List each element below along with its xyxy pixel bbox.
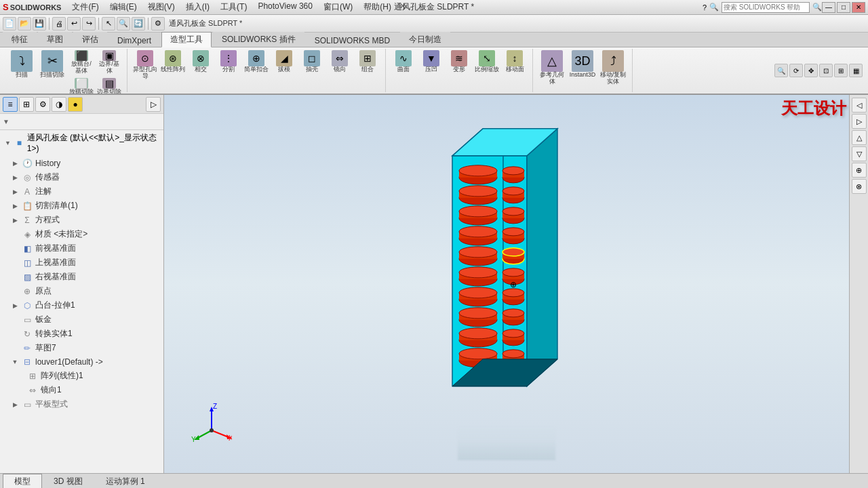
split-button[interactable]: ⋮ 分割	[215, 49, 242, 81]
tab-motion1[interactable]: 运动算例 1	[94, 474, 157, 489]
tree-item-convert[interactable]: ↻ 转换实体1	[0, 327, 163, 341]
right-icon-3[interactable]: △	[852, 130, 867, 145]
ref-geometry-button[interactable]: △ 参考几何体	[537, 49, 567, 87]
scan-cut-button[interactable]: ✂ 扫描切除	[37, 49, 67, 94]
curve-button[interactable]: ∿ 曲面	[390, 49, 417, 75]
display-view-button[interactable]: ◑	[52, 97, 66, 112]
draft-button[interactable]: ◢ 拔模	[271, 49, 298, 81]
intersect-button[interactable]: ⊗ 相交	[187, 49, 214, 81]
move-face-button[interactable]: ↕ 移动面	[501, 49, 528, 75]
tree-item-equations[interactable]: ▶ Σ 方程式	[0, 213, 163, 227]
tree-item-material[interactable]: ◈ 材质 <未指定>	[0, 227, 163, 241]
tab-3dview[interactable]: 3D 视图	[42, 474, 94, 489]
view-zoom-button[interactable]: 🔍	[774, 64, 788, 77]
tree-item-origin[interactable]: ⊕ 原点	[0, 284, 163, 298]
right-icon-6[interactable]: ⊗	[852, 179, 867, 194]
expand-panel-button[interactable]: ▷	[146, 97, 161, 112]
indent-button[interactable]: ▼ 压凹	[418, 49, 445, 75]
print-button[interactable]: 🖨	[52, 17, 66, 30]
tree-item-flat-pattern[interactable]: ▶ ▭ 平板型式	[0, 397, 163, 411]
tab-model[interactable]: 模型	[3, 474, 42, 489]
menu-view[interactable]: 视图(V)	[142, 0, 180, 14]
tree-item-extrude1[interactable]: ▶ ⬡ 凸台-拉伸1	[0, 298, 163, 312]
tree-item-sheetmetal[interactable]: ▭ 钣金	[0, 312, 163, 327]
tree-item-mirror1[interactable]: ⇔ 镜向1	[0, 383, 163, 397]
menu-edit[interactable]: 编辑(E)	[104, 0, 142, 14]
combine-button[interactable]: ⊞ 组合	[354, 49, 381, 81]
boss-cut-button[interactable]: ⬜ 放鞲切除	[68, 77, 95, 94]
tree-item-sketch7[interactable]: ✏ 草图7	[0, 341, 163, 355]
tab-sw-mbd[interactable]: SOLIDWORKS MBD	[306, 34, 399, 47]
tree-root-item[interactable]: ▼ ■ 通风孔板金 (默认<<默认>_显示状态 1>)	[0, 130, 163, 155]
search-button[interactable]: 🔍	[812, 3, 822, 12]
deform-button[interactable]: ≋ 变形	[446, 49, 473, 75]
color-view-button[interactable]: ●	[68, 97, 83, 112]
tree-item-front-plane[interactable]: ◧ 前视基准面	[0, 241, 163, 256]
tree-item-sensors[interactable]: ▶ ◎ 传感器	[0, 170, 163, 184]
tree-view-button[interactable]: ≡	[3, 97, 18, 112]
right-panel-icons: ◁ ▷ △ ▽ ⊕ ⊗	[849, 95, 868, 473]
minimize-button[interactable]: —	[822, 2, 835, 13]
boundary-cut-button[interactable]: ▤ 边界切除	[96, 77, 123, 94]
close-button[interactable]: ✕	[852, 2, 865, 13]
menu-file[interactable]: 文件(F)	[66, 0, 104, 14]
tree-item-annotations[interactable]: ▶ A 注解	[0, 184, 163, 199]
menu-insert[interactable]: 插入(I)	[180, 0, 215, 14]
tree-item-history[interactable]: ▶ 🕐 History	[0, 157, 163, 170]
view-rotate-button[interactable]: ⟳	[789, 64, 803, 77]
property-view-button[interactable]: ⊞	[19, 97, 34, 112]
right-icon-2[interactable]: ▷	[852, 114, 867, 129]
svg-point-42	[502, 207, 524, 216]
scan-button[interactable]: ⤵ 扫描	[7, 49, 37, 94]
scale-button[interactable]: ⤡ 比例缩放	[473, 49, 500, 75]
restore-button[interactable]: □	[837, 2, 850, 13]
new-button[interactable]: 📄	[3, 17, 16, 30]
wrap-button[interactable]: ⊛ 线性阵列	[159, 49, 186, 81]
view-fit-button[interactable]: ⊡	[819, 64, 833, 77]
tab-sketch[interactable]: 草图	[38, 32, 72, 47]
tab-manufacture[interactable]: 今日制造	[400, 32, 450, 47]
view-pan-button[interactable]: ✥	[804, 64, 818, 77]
hole-wizard-button[interactable]: ⊙ 异型孔向导	[132, 49, 159, 81]
open-button[interactable]: 📂	[18, 17, 31, 30]
undo-button[interactable]: ↩	[67, 17, 81, 30]
right-icon-5[interactable]: ⊕	[852, 163, 867, 178]
right-icon-1[interactable]: ◁	[852, 98, 867, 113]
tab-dimxpert[interactable]: DimXpert	[108, 34, 160, 47]
select-button[interactable]: ↖	[102, 17, 115, 30]
mirror-button[interactable]: ⇔ 镜向	[326, 49, 353, 81]
options-button[interactable]: ⚙	[151, 17, 165, 30]
boundary-base-button[interactable]: ▣ 边界/基体	[96, 49, 123, 76]
tree-item-top-plane[interactable]: ◫ 上视基准面	[0, 256, 163, 270]
tab-evaluate[interactable]: 评估	[73, 32, 107, 47]
boss-base-button[interactable]: ⬛ 放鞲台/基体	[68, 49, 95, 76]
simple-join-button[interactable]: ⊕ 简单扣合	[243, 49, 270, 81]
menu-tools[interactable]: 工具(T)	[215, 0, 252, 14]
tree-item-right-plane[interactable]: ▨ 右视基准面	[0, 270, 163, 284]
menu-window[interactable]: 窗口(W)	[318, 0, 358, 14]
search-input[interactable]	[722, 2, 810, 13]
tree-item-pattern1[interactable]: ⊞ 阵列(线性)1	[0, 369, 163, 383]
root-part-icon: ■	[14, 138, 24, 148]
tree-item-louver1[interactable]: ▼ ⊟ louver1(Default) ->	[0, 355, 163, 369]
save-button[interactable]: 💾	[33, 17, 46, 30]
redo-button[interactable]: ↪	[82, 17, 96, 30]
right-icon-4[interactable]: ▽	[852, 146, 867, 161]
zoom-button[interactable]: 🔍	[117, 17, 130, 30]
move-copy-button[interactable]: ⤴ 移动/复制实体	[598, 49, 628, 87]
tree-item-cutlist[interactable]: ▶ 📋 切割清单(1)	[0, 199, 163, 213]
mirror1-label: 镜向1	[41, 384, 62, 396]
3d-viewport[interactable]: 天工设计	[164, 95, 849, 473]
view-section-button[interactable]: ▦	[849, 64, 863, 77]
right-plane-label: 右视基准面	[35, 271, 76, 283]
config-view-button[interactable]: ⚙	[35, 97, 50, 112]
tab-sw-plugins[interactable]: SOLIDWORKS 插件	[213, 32, 304, 47]
menu-photoview[interactable]: PhotoView 360	[252, 0, 318, 14]
view-standard-button[interactable]: ⊞	[834, 64, 848, 77]
menu-help[interactable]: 帮助(H)	[358, 0, 397, 14]
shell-button[interactable]: ◻ 抽壳	[298, 49, 326, 81]
instant3d-button[interactable]: 3D Instant3D	[568, 49, 597, 87]
tab-features[interactable]: 特征	[3, 32, 37, 47]
tab-modeling[interactable]: 造型工具	[161, 32, 212, 47]
rotate-button[interactable]: 🔄	[132, 17, 145, 30]
